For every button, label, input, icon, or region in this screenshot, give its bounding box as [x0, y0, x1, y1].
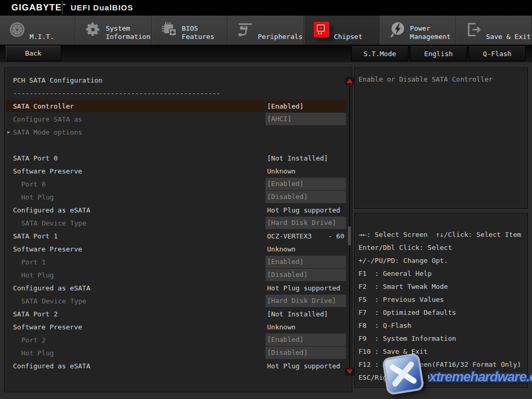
item-help-panel: Enable or Disable SATA Controller	[354, 68, 528, 209]
setting-label: SATA Device Type	[21, 295, 86, 308]
title-divider: ----------------------------------------…	[13, 87, 220, 100]
watermark-text: xtremehardware.com	[429, 369, 532, 385]
setting-label: SATA Port 2	[13, 308, 58, 321]
mit-icon	[8, 21, 26, 38]
key-legend-line: →←: Select Screen ↑↓/Click: Select Item	[358, 228, 526, 241]
tab-label: BIOS Features	[182, 24, 231, 41]
setting-value: [Enabled]	[265, 256, 346, 268]
scroll-down-icon	[347, 369, 353, 374]
setting-value: [Enabled]	[265, 100, 346, 112]
setting-value: [AHCI]	[265, 113, 346, 125]
setting-value: Unknown	[265, 243, 346, 256]
setting-value: OCZ-VERTEX3 - 60	[265, 230, 346, 243]
setting-row-sata-port-2[interactable]: SATA Port 2[Not Installed]	[5, 308, 352, 321]
setting-value: [Disabled]	[265, 347, 346, 359]
setting-row-sata-port-0[interactable]: SATA Port 0[Not Installed]	[5, 152, 352, 165]
setting-row-configured-as-esata[interactable]: Configured as eSATAHot Plug supported	[5, 204, 352, 217]
setting-label: Configured as eSATA	[13, 282, 90, 295]
setting-label: Port 0	[21, 178, 46, 191]
top-tab-bar: M.I.T.System InformationBIOS FeaturesPer…	[0, 16, 532, 45]
setting-label: SATA Port 1	[13, 230, 58, 243]
item-help-text: Enable or Disable SATA Controller	[358, 74, 493, 85]
setting-value: Hot Plug supported	[265, 204, 346, 217]
setting-label: SATA Port 0	[13, 152, 58, 165]
setting-row-sata-port-1[interactable]: SATA Port 1OCZ-VERTEX3 - 60	[5, 230, 352, 243]
setting-label: Configure SATA as	[13, 113, 82, 126]
setting-label: Software Preserve	[13, 321, 82, 334]
setting-row-configure-sata-as[interactable]: Configure SATA as[AHCI]	[5, 113, 352, 126]
title-bar: GIGABYTE™ UEFI DualBIOS	[0, 0, 532, 16]
setting-label: Hot Plug	[21, 191, 54, 204]
setting-row-sata-device-type[interactable]: SATA Device Type[Hard Disk Drive]	[5, 295, 352, 308]
scrollbar-thumb[interactable]	[348, 227, 351, 245]
setting-value: [Enabled]	[265, 334, 346, 346]
setting-row-hot-plug[interactable]: Hot Plug[Disabled]	[5, 347, 352, 360]
submenu-arrow-icon: ▶	[7, 126, 10, 139]
setting-label: Port 1	[21, 256, 46, 269]
setting-row-software-preserve[interactable]: Software PreserveUnknown	[5, 321, 352, 334]
bios-features-icon	[161, 21, 178, 38]
setting-value: [Disabled]	[265, 269, 346, 281]
tab-bios-features[interactable]: BIOS Features	[152, 16, 228, 45]
power-management-icon	[389, 21, 406, 38]
key-legend-line: Enter/Dbl Click: Select	[358, 241, 526, 254]
key-legend-panel: →←: Select Screen ↑↓/Click: Select ItemE…	[354, 213, 528, 388]
setting-row-configured-as-esata[interactable]: Configured as eSATAHot Plug supported	[5, 282, 352, 295]
setting-row-sata-device-type[interactable]: SATA Device Type[Hard Disk Drive]	[5, 217, 352, 230]
setting-value: [Not Installed]	[265, 308, 346, 321]
setting-row-port-0[interactable]: Port 0[Enabled]	[5, 178, 352, 191]
setting-label: Software Preserve	[13, 243, 82, 256]
setting-row-port-1[interactable]: Port 1[Enabled]	[5, 256, 352, 269]
setting-label: Configured as eSATA	[13, 360, 90, 373]
setting-row-software-preserve[interactable]: Software PreserveUnknown	[5, 165, 352, 178]
setting-label: Hot Plug	[21, 347, 54, 360]
language-button[interactable]: English	[410, 46, 467, 61]
watermark-x-icon	[382, 353, 424, 395]
q-flash-button[interactable]: Q-Flash	[469, 46, 526, 61]
key-legend-line: F5 : Previous Values	[358, 293, 526, 306]
setting-row-software-preserve[interactable]: Software PreserveUnknown	[5, 243, 352, 256]
setting-row-port-2[interactable]: Port 2[Enabled]	[5, 334, 352, 347]
tab-save-exit[interactable]: Save & Exit	[456, 16, 532, 45]
setting-value: [Hard Disk Drive]	[265, 295, 346, 307]
setting-label: Hot Plug	[21, 269, 54, 282]
tab-chipset[interactable]: Chipset	[304, 16, 380, 45]
setting-row-sata-mode-options[interactable]: ▶SATA Mode options	[5, 126, 352, 139]
setting-label: Configured as eSATA	[13, 204, 90, 217]
system-information-icon	[84, 21, 102, 38]
setting-row-hot-plug[interactable]: Hot Plug[Disabled]	[5, 269, 352, 282]
scroll-up-icon	[347, 78, 353, 83]
peripherals-icon	[236, 21, 254, 38]
setting-row-sata-controller[interactable]: SATA Controller[Enabled]	[5, 100, 352, 113]
toolbar: Back S.T.ModeEnglishQ-Flash	[0, 45, 532, 62]
tab-label: Save & Exit	[486, 33, 532, 41]
tab-peripherals[interactable]: Peripherals	[228, 16, 303, 45]
scroll-down-button[interactable]	[345, 368, 354, 376]
tab-label: Peripherals	[258, 33, 307, 41]
setting-value: Unknown	[265, 165, 346, 178]
setting-row-hot-plug[interactable]: Hot Plug[Disabled]	[5, 191, 352, 204]
setting-label: SATA Mode options	[13, 126, 82, 139]
key-legend-line: F2 : Smart Tweak Mode	[358, 280, 526, 293]
scroll-up-button[interactable]	[345, 77, 354, 85]
key-legend-line: F9 : System Information	[358, 332, 526, 345]
setting-value: [Enabled]	[265, 178, 346, 190]
key-legend-line: +/-/PU/PD: Change Opt.	[358, 254, 526, 267]
tab-label: M.I.T.	[30, 33, 79, 41]
setting-value: Unknown	[265, 321, 346, 334]
gigabyte-logo: GIGABYTE™	[11, 3, 66, 13]
back-button[interactable]: Back	[5, 45, 61, 61]
setting-value: [Not Installed]	[265, 152, 346, 165]
bios-screen: GIGABYTE™ UEFI DualBIOS M.I.T.System Inf…	[0, 0, 532, 399]
tab-mit[interactable]: M.I.T.	[0, 16, 75, 45]
tab-system-information[interactable]: System Information	[75, 16, 151, 45]
setting-label: Software Preserve	[13, 165, 82, 178]
page-title: PCH SATA Configuration	[13, 74, 102, 87]
setting-row-configured-as-esata[interactable]: Configured as eSATAHot Plug supported	[5, 360, 352, 373]
tab-power-management[interactable]: Power Management	[380, 16, 456, 45]
st-mode-button[interactable]: S.T.Mode	[351, 46, 408, 61]
key-legend-line: F8 : Q-Flash	[358, 319, 526, 332]
key-legend-line: F7 : Optimized Defaults	[358, 306, 526, 319]
settings-list: SATA Controller[Enabled]Configure SATA a…	[5, 100, 352, 373]
setting-value: [Hard Disk Drive]	[265, 217, 346, 229]
